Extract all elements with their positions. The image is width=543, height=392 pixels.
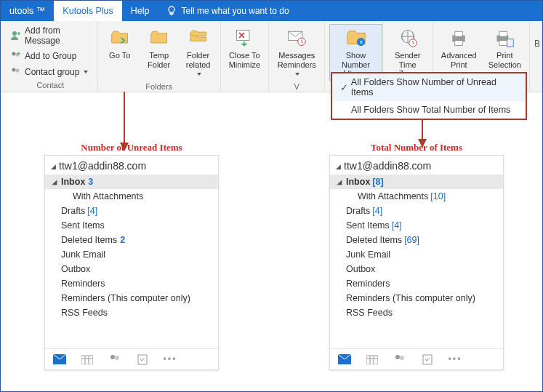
folder-item[interactable]: Reminders (This computer only) [330, 291, 503, 305]
account-right[interactable]: ttw1@addin88.com [330, 156, 503, 175]
folder-item-label: With Attachments [358, 191, 428, 201]
folder-item-label: Inbox [61, 177, 85, 187]
folder-item[interactable]: Reminders [330, 276, 503, 291]
nav-more-icon[interactable]: ••• [448, 353, 462, 365]
folder-item[interactable]: RSS Feeds [330, 305, 503, 320]
nav-tasks-icon[interactable] [420, 353, 435, 365]
nav-mail-icon[interactable] [52, 353, 67, 365]
messages-reminders-label: Messages Reminders [277, 51, 316, 79]
nav-calendar-icon[interactable] [365, 353, 379, 365]
folder-list-left: Inbox3With AttachmentsDrafts[4]Sent Item… [45, 175, 218, 320]
folder-item[interactable]: Inbox[8] [330, 175, 503, 189]
account-left[interactable]: ttw1@addin88.com [45, 156, 218, 175]
nav-bar-left: ••• [45, 348, 218, 369]
folder-item[interactable]: Deleted Items2 [45, 233, 218, 247]
folder-item[interactable]: Outbox [45, 262, 218, 276]
go-to-label: Go To [109, 51, 130, 60]
folder-badge-icon: n [345, 26, 368, 49]
folder-related-label: Folder related [185, 51, 212, 79]
svg-rect-15 [455, 31, 463, 36]
tab-help[interactable]: Help [122, 1, 158, 21]
svg-rect-24 [81, 356, 93, 364]
folder-item-label: Reminders [61, 279, 105, 289]
folder-item[interactable]: With Attachments[10] [330, 189, 503, 204]
contact-group-button[interactable]: Contact group [8, 65, 93, 79]
folder-item[interactable]: Junk Email [330, 247, 503, 262]
print-selection-label: Print Selection [488, 51, 521, 69]
dropdown-unread-items[interactable]: ✓ All Folders Show Number of Unread Item… [332, 73, 526, 101]
folder-item[interactable]: Drafts[4] [330, 204, 503, 218]
group-folders-label: Folders [102, 81, 216, 93]
folder-item[interactable]: Reminders [45, 276, 218, 291]
chevron-down-icon [295, 73, 299, 76]
tab-kutools-plus[interactable]: Kutools Plus [54, 1, 121, 21]
folder-list-icon [187, 26, 210, 49]
folder-item-label: Drafts [61, 206, 85, 216]
go-to-button[interactable]: Go To [102, 24, 137, 81]
dropdown-unread-label: All Folders Show Number of Unread Items [351, 77, 520, 97]
folder-item-count: [10] [430, 191, 446, 201]
folder-item-label: Outbox [61, 264, 90, 274]
folder-item-label: Drafts [346, 206, 370, 216]
folder-item-label: RSS Feeds [61, 308, 108, 318]
contact-group-label: Contact group [25, 67, 79, 77]
messages-reminders-button[interactable]: Messages Reminders [273, 24, 320, 81]
folder-item-label: Reminders [346, 279, 390, 289]
svg-rect-7 [237, 31, 250, 41]
tab-kutools[interactable]: utools ™ [1, 1, 54, 21]
checkmark-icon: ✓ [338, 82, 351, 93]
add-from-message-label: Add from Message [25, 25, 91, 46]
tell-me-label: Tell me what you want to do [182, 6, 289, 16]
show-number-dropdown: ✓ All Folders Show Number of Unread Item… [331, 72, 527, 120]
svg-point-36 [395, 355, 400, 359]
nav-more-icon[interactable]: ••• [163, 353, 177, 365]
folder-item-label: Reminders (This computer only) [346, 293, 475, 303]
folder-item[interactable]: Deleted Items[69] [330, 233, 503, 247]
svg-point-5 [12, 68, 16, 72]
nav-people-icon[interactable] [393, 353, 407, 365]
close-to-minimize-button[interactable]: Close To Minimize [225, 24, 264, 71]
folder-item[interactable]: Sent Items [45, 218, 218, 233]
folder-item-label: With Attachments [73, 191, 143, 201]
folder-item-label: Deleted Items [346, 235, 402, 245]
svg-point-3 [12, 52, 16, 56]
advanced-print-button[interactable]: Advanced Print [438, 24, 480, 71]
folder-related-button[interactable]: Folder related [181, 24, 216, 81]
group-contact-label: Contact [8, 79, 93, 92]
people-icon [10, 66, 22, 78]
folder-item[interactable]: Outbox [330, 262, 503, 276]
chevron-down-icon [84, 71, 88, 73]
nav-mail-icon[interactable] [337, 353, 352, 365]
pane-caption-total: Total Number of Items [330, 142, 503, 153]
folder-item[interactable]: Junk Email [45, 247, 218, 262]
folder-list-right: Inbox[8]With Attachments[10]Drafts[4]Sen… [330, 175, 503, 320]
folder-item[interactable]: Sent Items[4] [330, 218, 503, 233]
svg-rect-20 [507, 39, 514, 47]
svg-point-37 [400, 356, 404, 360]
folder-item[interactable]: Drafts[4] [45, 204, 218, 218]
print-selection-button[interactable]: Print Selection [485, 24, 525, 71]
add-to-group-button[interactable]: Add to Group [8, 49, 93, 63]
folder-item-label: Sent Items [346, 220, 390, 231]
printer-icon [447, 26, 470, 49]
nav-tasks-icon[interactable] [135, 353, 150, 365]
folder-item[interactable]: RSS Feeds [45, 305, 218, 320]
folder-item-label: Reminders (This computer only) [61, 293, 190, 303]
nav-bar-right: ••• [330, 348, 503, 369]
folder-item-count: [8] [372, 177, 383, 187]
folder-item-label: Inbox [346, 177, 370, 187]
nav-people-icon[interactable] [108, 353, 122, 365]
dropdown-total-items[interactable]: All Folders Show Total Number of Items [332, 101, 526, 119]
folder-item-count: 3 [88, 177, 93, 187]
group-plus-icon [10, 50, 22, 62]
globe-clock-icon [396, 26, 419, 49]
nav-calendar-icon[interactable] [80, 353, 94, 365]
tell-me-search[interactable]: Tell me what you want to do [158, 1, 289, 21]
folder-item-label: Junk Email [61, 249, 105, 260]
folder-item-count: [4] [87, 206, 97, 216]
folder-item[interactable]: Reminders (This computer only) [45, 291, 218, 305]
folder-item[interactable]: Inbox3 [45, 175, 218, 189]
temp-folder-button[interactable]: Temp Folder [142, 24, 177, 81]
folder-item[interactable]: With Attachments [45, 189, 218, 204]
add-from-message-button[interactable]: Add from Message [8, 24, 93, 47]
